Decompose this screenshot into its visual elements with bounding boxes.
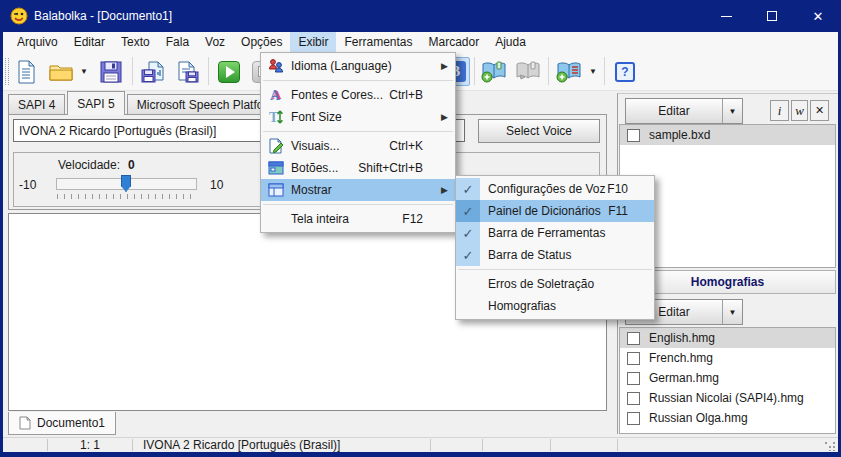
menubar-item-ajuda[interactable]: Ajuda (487, 32, 534, 53)
menubar-item-fala[interactable]: Fala (158, 32, 197, 53)
list-item[interactable]: Russian Nicolai (SAPI4).hmg (620, 388, 835, 408)
help-button[interactable]: ? (610, 57, 640, 86)
checkmark-icon: ✓ (456, 200, 480, 222)
toolbar-grip[interactable] (5, 58, 9, 85)
add-dictionary-button[interactable] (479, 57, 509, 86)
menu-separator (263, 204, 453, 205)
new-document-button[interactable] (11, 57, 41, 86)
slider-ticks (57, 194, 197, 199)
play-icon (218, 61, 240, 83)
submenu-item-painel-dicionarios[interactable]: ✓ Painel de Dicionários F11 (456, 200, 654, 222)
save-audio-file-button[interactable] (138, 57, 168, 86)
menu-item-font-size[interactable]: T Font Size ▶ (261, 106, 455, 128)
menu-item-visuais[interactable]: Visuais... Ctrl+K (261, 135, 455, 157)
submenu-arrow-icon: ▶ (441, 61, 455, 71)
close-panel-button[interactable]: ✕ (810, 100, 829, 121)
select-voice-button[interactable]: Select Voice (478, 119, 600, 143)
save-button[interactable] (96, 57, 126, 86)
tab-sapi4[interactable]: SAPI 4 (8, 94, 65, 115)
menubar-item-exibir[interactable]: Exibir (290, 32, 336, 53)
submenu-item-barra-ferramentas[interactable]: ✓ Barra de Ferramentas (456, 222, 654, 244)
submenu-arrow-icon: ▶ (441, 185, 455, 195)
submenu-item-homografias[interactable]: Homografias (456, 295, 654, 317)
info-button[interactable]: i (770, 100, 789, 121)
window-border-left (0, 32, 3, 457)
word-icon: w (795, 103, 804, 119)
menu-item-tela-inteira[interactable]: Tela inteira F12 (261, 208, 455, 230)
dictionary-list-button[interactable] (554, 57, 584, 86)
play-button[interactable] (214, 57, 244, 86)
submenu-item-erros-soletracao[interactable]: Erros de Soletração (456, 273, 654, 295)
open-file-button[interactable] (46, 57, 76, 86)
menubar-item-marcador[interactable]: Marcador (421, 32, 488, 53)
chevron-down-icon: ▼ (722, 99, 742, 123)
maximize-icon (767, 11, 777, 21)
toolbar-separator (208, 57, 209, 85)
checkbox[interactable] (627, 332, 640, 345)
tab-sapi5[interactable]: SAPI 5 (67, 91, 124, 115)
save-audio-icon (141, 61, 165, 83)
velocity-label: Velocidade: (58, 158, 120, 172)
show-panels-icon (261, 182, 291, 198)
checkmark-icon: ✓ (456, 244, 480, 266)
checkmark-icon: ✓ (456, 222, 480, 244)
dictionary-editar-button[interactable]: Editar ▼ (625, 98, 743, 124)
submenu-item-configuracoes-voz[interactable]: ✓ Configurações de Voz F10 (456, 178, 654, 200)
menu-item-idioma[interactable]: Idioma (Language) ▶ (261, 55, 455, 77)
dictionary-disabled-button[interactable] (513, 57, 543, 86)
menu-item-fontes-cores[interactable]: A A Fontes e Cores... Ctrl+B (261, 84, 455, 106)
menubar-item-arquivo[interactable]: Arquivo (9, 32, 66, 53)
checkbox[interactable] (627, 372, 640, 385)
slider-max-label: 10 (210, 178, 223, 192)
close-icon: ✕ (815, 104, 824, 117)
document-icon (19, 416, 31, 430)
buttons-icon (261, 160, 291, 176)
save-text-audio-icon (175, 61, 199, 83)
word-button[interactable]: w (791, 100, 808, 121)
submenu-item-barra-status[interactable]: ✓ Barra de Status (456, 244, 654, 266)
statusbar-current-voice: IVONA 2 Ricardo [Português (Brasil)] (143, 438, 340, 452)
chevron-down-icon: ▼ (722, 300, 742, 324)
list-item[interactable]: French.hmg (620, 348, 835, 368)
menubar-item-ferramentas[interactable]: Ferramentas (336, 32, 420, 53)
list-item[interactable]: German.hmg (620, 368, 835, 388)
info-icon: i (778, 103, 782, 119)
list-item[interactable]: English.hmg (620, 328, 835, 348)
checkbox[interactable] (627, 412, 640, 425)
menubar-item-editar[interactable]: Editar (66, 32, 113, 53)
toolbar-separator (132, 57, 133, 85)
checkbox[interactable] (627, 352, 640, 365)
menubar-item-voz[interactable]: Voz (197, 32, 233, 53)
open-file-dropdown[interactable]: ▼ (77, 57, 91, 86)
font-size-icon: T (261, 109, 291, 125)
checkbox[interactable] (627, 129, 640, 142)
dictionary-list-dropdown[interactable]: ▼ (586, 57, 600, 86)
save-text-audio-button[interactable] (172, 57, 202, 86)
close-button[interactable]: ✕ (795, 0, 841, 32)
visuals-icon (261, 138, 291, 154)
chevron-down-icon: ▼ (589, 67, 597, 76)
menubar-item-texto[interactable]: Texto (113, 32, 158, 53)
document-tab[interactable]: Documento1 (8, 412, 116, 435)
toolbar-separator (474, 57, 475, 85)
menu-item-botoes[interactable]: Botões... Shift+Ctrl+B (261, 157, 455, 179)
svg-text:T: T (269, 110, 279, 125)
statusbar (3, 437, 838, 452)
resize-grip[interactable] (824, 441, 836, 451)
statusbar-cursor-position: 1: 1 (60, 438, 120, 452)
help-icon: ? (615, 62, 635, 82)
app-icon (10, 7, 28, 25)
list-item[interactable]: sample.bxd (620, 125, 835, 145)
maximize-button[interactable] (749, 0, 795, 32)
minimize-button[interactable] (703, 0, 749, 32)
window-border-bottom (0, 452, 841, 457)
checkbox[interactable] (627, 392, 640, 405)
checkmark-icon: ✓ (456, 178, 480, 200)
toolbar-separator (604, 57, 605, 85)
balabolka-window: Balabolka - [Documento1] ✕ Arquivo Edita… (0, 0, 841, 457)
menubar-item-opcoes[interactable]: Opções (233, 32, 290, 53)
list-item[interactable]: Russian Olga.hmg (620, 408, 835, 428)
window-title: Balabolka - [Documento1] (34, 9, 172, 23)
dictionary-list-icon (556, 61, 582, 83)
menu-item-mostrar[interactable]: Mostrar ▶ (261, 179, 455, 201)
